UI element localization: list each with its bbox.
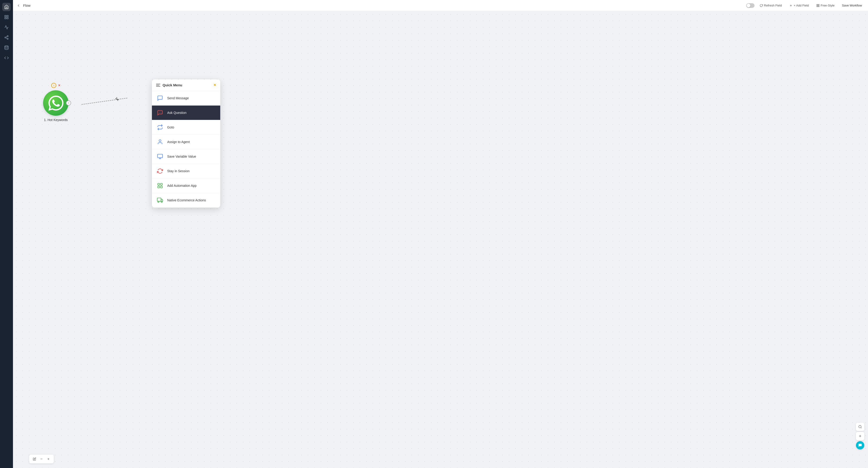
goto-label: Goto [167, 126, 174, 129]
page-title: Flow [23, 3, 31, 7]
svg-line-38 [861, 428, 862, 428]
svg-point-18 [68, 104, 69, 104]
header: Flow Refresh Field + Add Field Free-Styl… [13, 0, 868, 11]
node-close-button[interactable]: × [58, 83, 60, 88]
zoom-fit-button[interactable] [856, 423, 864, 431]
refresh-field-button[interactable]: Refresh Field [757, 3, 784, 8]
svg-rect-14 [816, 6, 817, 7]
svg-point-33 [161, 201, 162, 202]
svg-rect-2 [5, 18, 6, 19]
scissors-icon[interactable]: ✂ [113, 96, 120, 103]
ecommerce-label: Native Ecommerce Actions [167, 198, 206, 202]
node-label: 1. Hot Keywords [44, 118, 68, 122]
svg-marker-31 [161, 199, 163, 201]
svg-point-20 [69, 103, 70, 103]
svg-rect-27 [160, 183, 162, 185]
quick-menu-item-assign-agent[interactable]: Assign to Agent [152, 135, 220, 149]
stay-in-session-icon [156, 167, 164, 175]
svg-point-6 [7, 38, 8, 39]
whatsapp-icon [43, 90, 68, 116]
save-variable-label: Save Variable Value [167, 155, 196, 158]
quick-menu-item-stay-in-session[interactable]: Stay in Session [152, 164, 220, 178]
svg-line-7 [6, 38, 7, 38]
ask-question-label: Ask Question [167, 111, 186, 114]
svg-rect-12 [816, 4, 817, 5]
svg-rect-30 [157, 198, 161, 201]
sidebar-icon-code[interactable] [2, 54, 11, 62]
right-controls [856, 423, 864, 449]
zoom-out-button[interactable] [38, 456, 44, 462]
svg-line-8 [6, 36, 7, 37]
back-button[interactable] [17, 4, 20, 7]
svg-point-9 [5, 46, 8, 47]
svg-point-37 [859, 426, 861, 428]
menu-lines-icon [156, 84, 160, 87]
svg-point-19 [68, 103, 68, 103]
quick-menu-item-add-automation[interactable]: Add Automation App [152, 178, 220, 193]
sidebar-icon-share[interactable] [2, 33, 11, 42]
sidebar-icon-dashboard[interactable] [2, 13, 11, 21]
quick-menu-item-send-message[interactable]: Send Message [152, 91, 220, 105]
edit-button[interactable] [31, 456, 37, 462]
svg-rect-13 [818, 4, 819, 5]
assign-agent-label: Assign to Agent [167, 140, 190, 144]
sidebar-icon-database[interactable] [2, 43, 11, 52]
freestyle-button[interactable]: Free-Style [814, 3, 837, 8]
whatsapp-node: i × [43, 83, 68, 122]
quick-menu-title: Quick Menu [162, 83, 182, 87]
save-variable-icon [156, 153, 164, 160]
svg-point-21 [160, 112, 160, 112]
quick-menu-item-goto[interactable]: Goto [152, 120, 220, 135]
stay-in-session-label: Stay in Session [167, 169, 190, 173]
add-field-button[interactable]: + Add Field [787, 3, 811, 8]
quick-menu: Quick Menu × Send Message [152, 79, 220, 208]
canvas[interactable]: i × [13, 11, 868, 468]
sidebar [0, 0, 13, 468]
svg-rect-23 [157, 154, 162, 158]
svg-rect-3 [7, 18, 8, 19]
svg-rect-0 [5, 15, 6, 17]
svg-rect-29 [160, 186, 162, 188]
svg-point-5 [5, 37, 6, 38]
quick-menu-item-save-variable[interactable]: Save Variable Value [152, 149, 220, 164]
sidebar-icon-analytics[interactable] [2, 23, 11, 31]
add-automation-icon [156, 182, 164, 190]
ecommerce-icon [156, 196, 164, 204]
main-area: Flow Refresh Field + Add Field Free-Styl… [13, 0, 868, 468]
refresh-icon [760, 4, 763, 7]
svg-point-17 [68, 102, 69, 103]
node-icon-wrapper [43, 90, 68, 116]
add-automation-label: Add Automation App [167, 184, 197, 188]
svg-point-4 [7, 36, 8, 37]
toggle-switch[interactable] [746, 3, 754, 8]
svg-rect-15 [818, 6, 819, 7]
svg-point-16 [68, 103, 69, 103]
zoom-plus-button[interactable] [856, 432, 864, 440]
zoom-in-button[interactable] [45, 456, 52, 462]
connector-line [82, 98, 127, 105]
svg-rect-28 [158, 186, 160, 188]
sidebar-icon-home[interactable] [2, 3, 11, 11]
plus-icon [789, 4, 793, 7]
goto-icon [156, 123, 164, 131]
quick-menu-header: Quick Menu × [152, 79, 220, 91]
quick-menu-item-ask-question[interactable]: Ask Question [152, 105, 220, 120]
grid-icon [816, 4, 819, 7]
bottom-toolbar [29, 455, 54, 463]
node-controls: i × [51, 83, 60, 88]
svg-point-22 [159, 140, 161, 142]
ask-question-icon [156, 109, 164, 116]
quick-menu-close[interactable]: × [214, 82, 216, 88]
quick-menu-item-ecommerce[interactable]: Native Ecommerce Actions [152, 193, 220, 208]
quick-menu-header-left: Quick Menu [156, 83, 182, 87]
assign-agent-icon [156, 138, 164, 146]
send-message-label: Send Message [167, 96, 189, 100]
node-connector[interactable] [66, 100, 71, 105]
svg-rect-1 [7, 15, 8, 17]
info-icon[interactable]: i [51, 83, 56, 88]
svg-point-32 [158, 201, 159, 202]
svg-rect-26 [158, 183, 160, 185]
save-workflow-button[interactable]: Save Workflow [840, 3, 864, 8]
chat-support-button[interactable] [856, 441, 864, 449]
send-message-icon [156, 94, 164, 102]
